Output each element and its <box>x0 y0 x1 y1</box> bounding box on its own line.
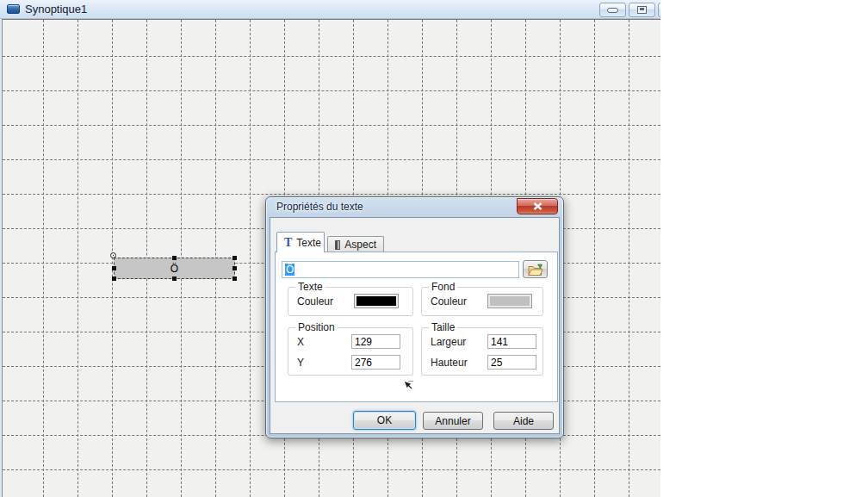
texte-couleur-label: Couleur <box>297 295 333 308</box>
resize-handle-bottom[interactable] <box>172 276 177 281</box>
text-color-swatch[interactable] <box>354 294 399 308</box>
selected-text: Ö <box>285 264 294 276</box>
grid-line-vertical <box>629 20 629 497</box>
background-color-swatch[interactable] <box>487 294 532 308</box>
tab-aspect[interactable]: Aspect <box>327 236 384 252</box>
dialog-title: Propriétés du texte <box>276 201 363 213</box>
y-input[interactable] <box>351 355 400 370</box>
hauteur-input[interactable] <box>487 355 536 370</box>
resize-handle-top-right[interactable] <box>232 256 237 260</box>
hauteur-label: Hauteur <box>431 357 468 369</box>
grid-line-horizontal <box>3 469 660 470</box>
window-title: Synoptique1 <box>25 3 87 16</box>
grid-line-horizontal <box>3 90 660 91</box>
group-position: Position X Y <box>288 327 413 376</box>
largeur-label: Largeur <box>431 336 466 348</box>
tab-texte[interactable]: T Texte <box>276 232 325 252</box>
minimize-icon <box>607 8 618 13</box>
grid-line-vertical <box>112 20 113 497</box>
app-icon[interactable] <box>7 4 20 14</box>
window-titlebar: Synoptique1 <box>0 0 660 19</box>
caption-buttons <box>599 3 660 17</box>
dialog-titlebar[interactable]: Propriétés du texte <box>266 197 563 217</box>
aide-button[interactable]: Aide <box>493 412 554 430</box>
group-position-title: Position <box>295 321 338 333</box>
minimize-button[interactable] <box>599 3 626 17</box>
tab-texte-label: Texte <box>296 237 321 249</box>
grid-line-horizontal <box>3 194 660 195</box>
group-taille: Taille Largeur Hauteur <box>421 327 543 376</box>
grid-line-horizontal <box>3 125 660 126</box>
group-taille-title: Taille <box>429 321 457 333</box>
y-label: Y <box>297 357 304 369</box>
annuler-button[interactable]: Annuler <box>423 412 483 430</box>
resize-handle-top[interactable] <box>172 256 177 260</box>
canvas-text-label: Ö <box>170 263 178 275</box>
gradient-icon <box>335 240 340 250</box>
grid-line-vertical <box>43 20 44 497</box>
canvas-text-element[interactable]: Ö <box>114 258 235 279</box>
group-texte-title: Texte <box>295 281 326 293</box>
dialog-close-button[interactable] <box>517 198 558 214</box>
text-properties-dialog: Propriétés du texte T Texte Aspect Ö <box>265 196 564 438</box>
grid-line-vertical <box>250 20 251 497</box>
resize-handle-left[interactable] <box>112 266 116 270</box>
browse-button[interactable] <box>523 260 548 278</box>
restore-icon <box>637 6 647 14</box>
x-input[interactable] <box>351 334 400 349</box>
dialog-client-area: T Texte Aspect Ö Texte Couleur <box>270 217 560 434</box>
grid-line-vertical <box>594 20 595 497</box>
open-folder-icon <box>528 264 543 276</box>
grid-line-horizontal <box>3 56 660 57</box>
fond-couleur-label: Couleur <box>431 295 467 308</box>
grid-line-vertical <box>78 20 78 497</box>
largeur-input[interactable] <box>487 334 536 349</box>
resize-handle-right[interactable] <box>232 266 237 270</box>
tab-aspect-label: Aspect <box>344 239 376 251</box>
mouse-cursor <box>403 380 415 392</box>
group-fond: Fond Couleur <box>421 287 543 316</box>
ok-button[interactable]: OK <box>353 411 416 430</box>
x-label: X <box>297 336 304 348</box>
group-fond-title: Fond <box>429 281 457 293</box>
close-window-button[interactable] <box>658 3 660 17</box>
resize-handle-bottom-right[interactable] <box>232 276 237 281</box>
text-content-input[interactable]: Ö <box>282 261 519 278</box>
close-icon <box>533 202 542 210</box>
group-texte: Texte Couleur <box>288 287 413 316</box>
resize-handle-bottom-left[interactable] <box>112 276 116 281</box>
texte-tab-page: Ö Texte Couleur Fond Couleur <box>275 252 558 402</box>
restore-button[interactable] <box>629 3 655 17</box>
grid-line-horizontal <box>3 159 660 160</box>
origin-marker-icon <box>110 252 116 258</box>
text-icon: T <box>284 237 292 249</box>
